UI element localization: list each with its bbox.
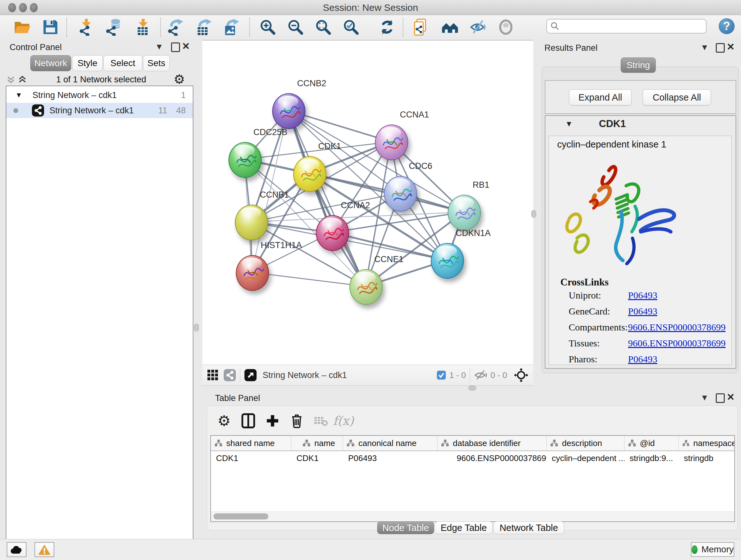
tab-sets[interactable]: Sets (143, 55, 170, 71)
view-share-icon[interactable] (223, 369, 236, 381)
network-row-selected[interactable]: String Network – cdk1 11 48 (6, 103, 193, 118)
crosslink-link[interactable]: 9606.ENSP00000378699 (628, 338, 726, 349)
help-icon[interactable]: ? (719, 18, 735, 34)
column-header[interactable]: shared name (211, 436, 291, 450)
table-panel-collapse-icon[interactable]: ▼ (700, 393, 709, 401)
table-row[interactable]: CDK1 CDK1 P06493 9606.ENSP00000378699 cy… (211, 451, 734, 465)
zoom-fit-icon[interactable] (314, 18, 332, 36)
collapse-all-button[interactable]: Collapse All (643, 89, 711, 105)
add-column-icon[interactable] (263, 412, 282, 430)
column-header[interactable]: name (291, 436, 343, 450)
node-label: CCNA2 (341, 200, 370, 210)
warning-icon (38, 544, 51, 555)
splitter-handle[interactable] (468, 386, 476, 390)
cell-shared-name[interactable]: CDK1 (211, 451, 291, 465)
show-columns-icon[interactable] (239, 412, 258, 430)
cell-id[interactable]: stringdb:9... (624, 451, 679, 465)
control-panel-collapse-icon[interactable]: ▼ (155, 43, 163, 51)
zoom-out-icon[interactable] (286, 18, 305, 36)
export-image-icon[interactable] (222, 18, 240, 36)
open-session-icon[interactable] (13, 18, 31, 36)
refresh-icon[interactable] (378, 18, 396, 36)
new-network-from-selection-icon[interactable] (413, 18, 430, 36)
network-collection-row[interactable]: ▼ String Network – cdk1 1 (6, 87, 193, 103)
import-network-database-icon[interactable] (105, 18, 122, 36)
tab-node-table[interactable]: Node Table (377, 521, 434, 534)
tab-edge-table[interactable]: Edge Table (434, 521, 493, 534)
export-network-icon[interactable] (166, 18, 184, 36)
network-node-hist1h1a[interactable] (236, 255, 269, 291)
network-canvas[interactable]: CCNB2CCNA1CDC25BCDK1CDC6RB1CCNB1CCNA2CDK… (202, 41, 533, 365)
show-all-icon[interactable] (497, 18, 515, 36)
network-node-ccne1[interactable] (349, 269, 383, 305)
tab-select[interactable]: Select (104, 55, 142, 71)
crosslink-link[interactable]: 9606.ENSP00000378699 (628, 322, 726, 333)
network-node-ccnb1[interactable] (235, 205, 268, 240)
column-header[interactable]: database identifier (437, 436, 547, 450)
network-options-gear-icon[interactable]: ⚙ (174, 72, 185, 86)
network-node-cdc6[interactable] (384, 176, 417, 212)
network-node-cdkn1a[interactable] (431, 243, 464, 279)
network-node-cdc25b[interactable] (228, 142, 262, 178)
first-neighbors-icon[interactable] (441, 18, 459, 36)
control-panel-float-icon[interactable] (171, 43, 180, 52)
column-header[interactable]: @id (624, 436, 679, 450)
results-panel-close-icon[interactable]: ✕ (727, 43, 735, 51)
import-network-file-icon[interactable] (77, 18, 95, 36)
toolbar-separator (249, 17, 250, 37)
export-table-icon[interactable] (195, 18, 212, 36)
network-node-rb1[interactable] (448, 195, 481, 231)
cell-namespace[interactable]: stringdb (679, 451, 735, 465)
hidden-eye-slash-icon[interactable] (474, 370, 487, 381)
cell-name[interactable]: CDK1 (291, 451, 343, 465)
table-panel-float-icon[interactable] (716, 393, 725, 403)
column-header[interactable]: description (547, 436, 624, 450)
cell-description[interactable]: cyclin–dependent ... (547, 451, 624, 465)
selected-checkbox-icon[interactable] (436, 370, 446, 380)
results-panel-collapse-icon[interactable]: ▼ (700, 43, 709, 51)
save-session-icon[interactable] (42, 18, 59, 36)
search-input[interactable] (560, 21, 703, 32)
zoom-in-icon[interactable] (259, 18, 277, 36)
tab-string[interactable]: String (621, 57, 656, 73)
table-options-gear-icon[interactable]: ⚙ (215, 412, 233, 430)
cloud-button[interactable] (7, 542, 26, 557)
gene-section-header[interactable]: ▼ CDK1 (545, 116, 736, 132)
column-header[interactable]: namespace (679, 436, 735, 450)
scrollbar-thumb[interactable] (213, 513, 268, 519)
column-header[interactable]: canonical name (343, 436, 437, 450)
horizontal-splitter[interactable] (202, 385, 741, 391)
zoom-selected-icon[interactable] (342, 18, 360, 36)
horizontal-scrollbar[interactable] (211, 511, 734, 521)
memory-button[interactable]: Memory (691, 542, 734, 557)
tab-network-table[interactable]: Network Table (493, 521, 564, 534)
network-node-cdk1[interactable] (293, 156, 327, 192)
gene-expander-icon[interactable]: ▼ (565, 119, 573, 128)
control-panel-close-icon[interactable]: ✕ (182, 42, 190, 51)
network-node-ccna1[interactable] (375, 125, 408, 160)
warning-button[interactable] (35, 542, 54, 557)
results-splitter-handle[interactable] (531, 210, 536, 218)
cell-database-identifier[interactable]: 9606.ENSP00000378699 (437, 451, 547, 465)
tab-style[interactable]: Style (72, 55, 103, 71)
expand-all-button[interactable]: Expand All (569, 89, 631, 105)
network-node-ccna2[interactable] (316, 215, 349, 251)
crosslink-link[interactable]: P06493 (628, 290, 657, 301)
tree-expander-icon[interactable]: ▼ (15, 91, 22, 99)
tab-network[interactable]: Network (30, 55, 71, 71)
crosslink-link[interactable]: P06493 (628, 354, 657, 365)
crosslink-link[interactable]: P06493 (628, 306, 657, 317)
table-panel-close-icon[interactable]: ✕ (727, 393, 735, 401)
network-node-ccnb2[interactable] (272, 93, 306, 129)
node-gloss (381, 127, 401, 138)
cell-canonical-name[interactable]: P06493 (343, 451, 437, 465)
results-panel-float-icon[interactable] (716, 43, 725, 53)
panel-splitter-handle[interactable] (194, 324, 199, 331)
import-table-icon[interactable] (134, 18, 152, 36)
delete-column-icon[interactable] (287, 412, 306, 430)
hide-selected-icon[interactable] (469, 18, 487, 36)
birdseye-crosshair-icon[interactable] (514, 368, 528, 382)
open-in-window-icon[interactable] (244, 369, 257, 381)
results-panel: Results Panel ▼ ✕ String Expand All Coll… (533, 40, 741, 385)
view-grid-icon[interactable] (207, 369, 219, 381)
